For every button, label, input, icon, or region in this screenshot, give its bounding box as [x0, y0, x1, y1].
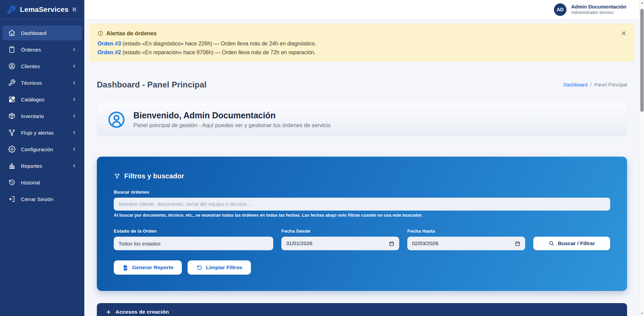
topbar: AD Admin Documentación Administrador téc…: [84, 0, 644, 19]
accesos-creacion-bar[interactable]: Accesos de creación: [97, 303, 627, 316]
page-title: Dashboard - Panel Principal: [97, 80, 207, 90]
generar-reporte-label: Generar Reporte: [132, 264, 173, 271]
generar-reporte-button[interactable]: PDF Generar Reporte: [114, 260, 182, 275]
main-area: AD Admin Documentación Administrador téc…: [84, 0, 644, 316]
scrollbar-down-arrow[interactable]: ▼: [640, 311, 644, 316]
close-icon[interactable]: ✕: [621, 30, 626, 37]
logout-icon: [8, 195, 16, 203]
fecha-desde-input[interactable]: 31/01/2026: [281, 237, 399, 250]
order-link[interactable]: Orden #2: [98, 50, 121, 55]
alert-title: Alertas de órdenes: [106, 30, 157, 37]
sidebar-item-label: Técnicos: [21, 80, 71, 86]
sidebar-item-label: Flujo y alertas: [21, 130, 71, 136]
sidebar-item-catalogos[interactable]: Catálogos: [2, 92, 82, 107]
reset-icon: [196, 264, 202, 271]
filters-grid: Estado de la Orden Todos los estados Fec…: [114, 229, 610, 250]
estado-field: Estado de la Orden Todos los estados: [114, 229, 273, 250]
order-link[interactable]: Orden #3: [98, 41, 121, 46]
sidebar-item-inventario[interactable]: Inventario: [2, 108, 82, 123]
estado-label: Estado de la Orden: [114, 229, 273, 234]
chevron-left-icon: [71, 113, 77, 119]
chevron-left-icon: [71, 130, 77, 135]
user-name: Admin Documentación: [571, 4, 626, 10]
buscar-filtrar-button[interactable]: Buscar / Filtrar: [533, 237, 610, 250]
filter-actions: PDF Generar Reporte Limpiar Filtros: [114, 260, 610, 275]
sidebar-item-ordenes[interactable]: Órdenes: [2, 42, 82, 57]
flow-branch-icon: [8, 129, 16, 136]
user-info: Admin Documentación Administrador técnic…: [571, 4, 626, 16]
buscar-filtrar-label: Buscar / Filtrar: [558, 240, 595, 246]
page-content: Alertas de órdenes Orden #3 (estado «En …: [84, 19, 644, 316]
scrollbar-up-arrow[interactable]: ▲: [640, 0, 644, 5]
clipboard-icon: [8, 46, 16, 53]
calendar-icon[interactable]: [515, 241, 520, 246]
sidebar-item-label: Órdenes: [21, 47, 71, 53]
search-label: Buscar órdenes: [114, 190, 610, 195]
filters-header: Filtros y buscador: [114, 172, 610, 180]
package-icon: [8, 112, 16, 120]
tools-logo-icon: [7, 5, 16, 14]
funnel-icon: [114, 173, 121, 180]
app-root: LemaServices Dashboard Órdenes Clientes: [0, 0, 644, 316]
estado-select[interactable]: Todos los estados: [114, 237, 273, 250]
filters-title: Filtros y buscador: [124, 172, 184, 180]
history-clock-icon: [8, 179, 16, 186]
sidebar-item-historial[interactable]: Historial: [2, 175, 82, 190]
plus-icon: [106, 309, 111, 315]
app-title: LemaServices: [20, 5, 71, 14]
filters-card: Filtros y buscador Buscar órdenes Al bus…: [97, 157, 627, 291]
welcome-title: Bienvenido, Admin Documentación: [133, 111, 330, 120]
fecha-hasta-field: Fecha Hasta 02/03/2026: [407, 229, 525, 250]
sidebar-item-label: Cerrar Sesión: [21, 196, 77, 202]
sidebar-item-tecnicos[interactable]: Técnicos: [2, 75, 82, 90]
search-section: Buscar órdenes Al buscar por documento, …: [114, 190, 610, 218]
scrollbar-thumb[interactable]: [640, 9, 644, 112]
bar-chart-icon: [8, 162, 16, 170]
home-icon: [8, 29, 16, 37]
sidebar-item-cerrar-sesion[interactable]: Cerrar Sesión: [2, 192, 82, 206]
sidebar-item-dashboard[interactable]: Dashboard: [2, 25, 82, 40]
user-role: Administrador técnico: [571, 10, 626, 15]
accesos-title: Accesos de creación: [115, 309, 169, 315]
chevron-left-icon: [71, 80, 77, 85]
welcome-subtitle: Panel principal de gestión - Aquí puedes…: [133, 122, 330, 129]
welcome-texts: Bienvenido, Admin Documentación Panel pr…: [133, 111, 330, 129]
calendar-icon[interactable]: [389, 241, 394, 246]
user-menu[interactable]: AD Admin Documentación Administrador téc…: [554, 3, 626, 16]
chevron-left-icon: [71, 97, 77, 102]
sidebar-item-label: Inventario: [21, 113, 71, 119]
limpiar-filtros-button[interactable]: Limpiar Filtros: [188, 260, 251, 275]
sidebar-item-clientes[interactable]: Clientes: [2, 59, 82, 74]
sidebar-item-label: Catálogos: [21, 97, 71, 102]
sidebar-collapse-icon[interactable]: [71, 6, 78, 13]
alert-item-text: (estado «En reparación» hace 9706h) — Or…: [121, 50, 316, 55]
alert-header: Alertas de órdenes: [98, 30, 626, 37]
chevron-left-icon: [71, 163, 77, 169]
pdf-file-icon: PDF: [122, 264, 129, 271]
fecha-hasta-label: Fecha Hasta: [407, 229, 525, 234]
breadcrumb-current: Panel Principal: [594, 82, 627, 87]
search-icon: [549, 240, 555, 246]
fecha-hasta-input[interactable]: 02/03/2026: [407, 237, 525, 250]
fecha-desde-value: 31/01/2026: [286, 240, 313, 246]
sidebar-item-flujo-alertas[interactable]: Flujo y alertas: [2, 125, 82, 140]
limpiar-filtros-label: Limpiar Filtros: [206, 264, 242, 271]
breadcrumb: Dashboard/Panel Principal: [563, 82, 627, 87]
sidebar-item-reportes[interactable]: Reportes: [2, 158, 82, 173]
wrench-icon: [8, 79, 16, 86]
alert-item-text: (estado «En diagnóstico» hace 226h) — Or…: [121, 41, 316, 46]
title-row: Dashboard - Panel Principal Dashboard/Pa…: [97, 80, 627, 90]
sidebar-item-configuracion[interactable]: Configuración: [2, 142, 82, 157]
sidebar-item-label: Reportes: [21, 163, 71, 169]
logo-row: LemaServices: [0, 0, 84, 19]
scrollbar[interactable]: ▲ ▼: [639, 0, 644, 316]
welcome-card: Bienvenido, Admin Documentación Panel pr…: [97, 103, 627, 136]
search-input[interactable]: [114, 198, 610, 211]
alert-item: Orden #3 (estado «En diagnóstico» hace 2…: [98, 41, 626, 47]
chevron-left-icon: [71, 63, 77, 69]
fecha-desde-field: Fecha Desde 31/01/2026: [281, 229, 399, 250]
breadcrumb-link-dashboard[interactable]: Dashboard: [563, 82, 587, 87]
sidebar-item-label: Dashboard: [21, 30, 77, 36]
inner-container: Dashboard - Panel Principal Dashboard/Pa…: [89, 80, 635, 316]
sidebar-menu: Dashboard Órdenes Clientes Técnicos Catá…: [0, 19, 84, 208]
